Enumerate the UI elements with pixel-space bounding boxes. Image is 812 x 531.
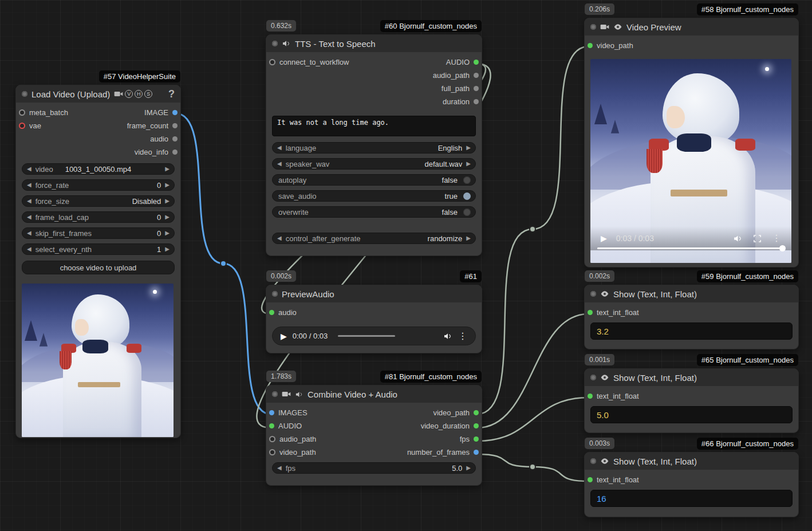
output-port-duration[interactable] <box>474 99 479 104</box>
output-port-audio[interactable] <box>474 60 479 65</box>
toggle-knob[interactable] <box>463 176 471 184</box>
collapse-dot[interactable] <box>590 24 596 30</box>
show-value-display[interactable]: 16 <box>590 490 793 507</box>
node-header[interactable]: Load Video (Upload) V H S ? <box>16 85 180 103</box>
collapse-dot[interactable] <box>22 91 27 97</box>
decrement-arrow-icon[interactable]: ◀ <box>277 145 282 151</box>
decrement-arrow-icon[interactable]: ◀ <box>27 198 31 204</box>
collapse-dot[interactable] <box>590 458 596 464</box>
node-header[interactable]: Combine Video + Audio <box>266 386 482 403</box>
input-port-text-int-float[interactable] <box>588 477 593 482</box>
widget-language[interactable]: ◀ language English ▶ <box>272 142 476 154</box>
node-header[interactable]: PreviewAudio <box>266 285 482 302</box>
output-port-video-path[interactable] <box>474 410 479 415</box>
video-progress-bar[interactable] <box>597 247 785 249</box>
node-show-59[interactable]: 0.002s #59 Bjornulf_custom_nodes Show (T… <box>584 285 799 349</box>
decrement-arrow-icon[interactable]: ◀ <box>277 465 282 471</box>
widget-autoplay[interactable]: autoplay false <box>272 174 476 186</box>
volume-icon[interactable] <box>733 234 743 243</box>
output-port-audio-path[interactable] <box>474 73 479 78</box>
input-port-text-int-float[interactable] <box>588 310 593 315</box>
video-menu-icon[interactable]: ⋮ <box>772 234 781 243</box>
decrement-arrow-icon[interactable]: ◀ <box>277 235 282 241</box>
input-port-video-path[interactable] <box>588 43 593 48</box>
video-progress-thumb[interactable] <box>779 245 786 251</box>
node-graph-canvas[interactable]: #57 VideoHelperSuite Load Video (Upload)… <box>0 0 812 531</box>
widget-video[interactable]: ◀ video 1003_1_00050.mp4 ▶ <box>22 163 175 175</box>
output-port-frame-count[interactable] <box>172 123 178 128</box>
play-button[interactable]: ▶ <box>601 234 607 242</box>
collapse-dot[interactable] <box>590 291 596 297</box>
show-value-display[interactable]: 5.0 <box>590 406 793 423</box>
input-port-images[interactable] <box>269 410 274 415</box>
input-port-vae[interactable] <box>19 123 25 129</box>
node-header[interactable]: Show (Text, Int, Float) <box>585 453 798 470</box>
input-port-connect-to-workflow[interactable] <box>269 59 275 65</box>
video-player[interactable]: ▶ 0:03 / 0:03 ⋮ <box>590 59 791 263</box>
node-show-66[interactable]: 0.003s #66 Bjornulf_custom_nodes Show (T… <box>584 452 799 517</box>
node-tts[interactable]: 0.632s #60 Bjornulf_custom_nodes TTS - T… <box>266 34 482 256</box>
output-port-full-path[interactable] <box>474 86 479 91</box>
increment-arrow-icon[interactable]: ▶ <box>466 465 471 471</box>
increment-arrow-icon[interactable]: ▶ <box>165 246 170 252</box>
node-header[interactable]: TTS - Text to Speech <box>266 35 482 52</box>
decrement-arrow-icon[interactable]: ◀ <box>27 166 31 172</box>
output-port-video-info[interactable] <box>172 150 178 155</box>
output-port-audio[interactable] <box>172 136 178 141</box>
choose-video-button[interactable]: choose video to upload <box>22 261 175 274</box>
widget-overwrite[interactable]: overwrite false <box>272 206 476 218</box>
node-header[interactable]: Show (Text, Int, Float) <box>585 285 798 302</box>
increment-arrow-icon[interactable]: ▶ <box>466 145 471 151</box>
reroute-dot-videopath[interactable] <box>530 226 535 232</box>
widget-skip-first-frames[interactable]: ◀ skip_first_frames 0 ▶ <box>22 227 175 239</box>
audio-seek-slider[interactable] <box>338 335 395 337</box>
node-preview-audio[interactable]: 0.002s #61 PreviewAudio audio ▶ 0:00 / 0… <box>266 285 482 353</box>
increment-arrow-icon[interactable]: ▶ <box>165 198 170 204</box>
widget-frame-load-cap[interactable]: ◀ frame_load_cap 0 ▶ <box>22 211 175 223</box>
play-button[interactable]: ▶ <box>281 332 287 340</box>
widget-select-every-nth[interactable]: ◀ select_every_nth 1 ▶ <box>22 243 175 255</box>
output-port-fps[interactable] <box>474 436 479 442</box>
node-combine-video-audio[interactable]: 1.783s #81 Bjornulf_custom_nodes Combine… <box>266 385 482 486</box>
help-icon[interactable]: ? <box>168 88 175 100</box>
decrement-arrow-icon[interactable]: ◀ <box>27 246 31 252</box>
toggle-knob[interactable] <box>463 209 471 216</box>
collapse-dot[interactable] <box>272 391 278 397</box>
widget-control-after-generate[interactable]: ◀ control_after_generate randomize ▶ <box>272 233 476 244</box>
show-value-display[interactable]: 3.2 <box>590 322 793 340</box>
fullscreen-icon[interactable] <box>753 234 762 243</box>
collapse-dot[interactable] <box>590 375 596 380</box>
output-port-number-of-frames[interactable] <box>474 450 479 455</box>
node-show-65[interactable]: 0.001s #65 Bjornulf_custom_nodes Show (T… <box>584 368 799 433</box>
input-port-text-int-float[interactable] <box>588 394 593 399</box>
widget-force-size[interactable]: ◀ force_size Disabled ▶ <box>22 195 175 207</box>
input-port-audio[interactable] <box>269 310 274 315</box>
increment-arrow-icon[interactable]: ▶ <box>466 161 471 167</box>
input-port-video-path[interactable] <box>269 449 275 455</box>
reroute-dot-frames[interactable] <box>530 464 535 470</box>
output-port-video-duration[interactable] <box>474 423 479 428</box>
widget-fps[interactable]: ◀ fps 5.0 ▶ <box>272 462 476 474</box>
node-header[interactable]: Show (Text, Int, Float) <box>585 369 798 386</box>
increment-arrow-icon[interactable]: ▶ <box>466 235 471 241</box>
increment-arrow-icon[interactable]: ▶ <box>165 230 170 236</box>
widget-speaker-wav[interactable]: ◀ speaker_wav default.wav ▶ <box>272 158 476 170</box>
decrement-arrow-icon[interactable]: ◀ <box>277 161 282 167</box>
node-video-preview[interactable]: 0.206s #58 Bjornulf_custom_nodes Video P… <box>584 18 799 268</box>
output-port-image[interactable] <box>172 110 178 115</box>
decrement-arrow-icon[interactable]: ◀ <box>27 182 31 188</box>
collapse-dot[interactable] <box>272 41 278 46</box>
increment-arrow-icon[interactable]: ▶ <box>165 166 170 172</box>
volume-icon[interactable] <box>443 332 452 341</box>
decrement-arrow-icon[interactable]: ◀ <box>27 230 31 236</box>
decrement-arrow-icon[interactable]: ◀ <box>27 214 31 220</box>
node-header[interactable]: Video Preview <box>585 18 798 36</box>
audio-player[interactable]: ▶ 0:00 / 0:03 ⋮ <box>272 327 476 345</box>
widget-force-rate[interactable]: ◀ force_rate 0 ▶ <box>22 179 175 191</box>
input-port-audio-path[interactable] <box>269 436 275 442</box>
reroute-dot-image[interactable] <box>220 261 226 266</box>
widget-save-audio[interactable]: save_audio true <box>272 190 476 202</box>
node-load-video[interactable]: #57 VideoHelperSuite Load Video (Upload)… <box>15 85 181 438</box>
input-port-audio[interactable] <box>269 423 274 428</box>
collapse-dot[interactable] <box>272 291 278 297</box>
